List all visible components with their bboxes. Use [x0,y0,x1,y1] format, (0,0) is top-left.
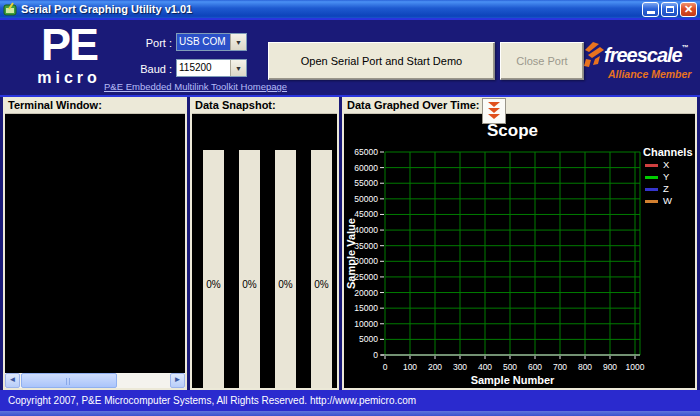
y-tick-label: 50000 [354,194,378,204]
x-tick-label: 1000 [626,362,645,372]
maximize-icon [666,6,674,13]
freescale-logo: freescale™ Alliance Member [583,40,697,84]
y-tick-label: 0 [373,350,378,360]
legend-label-X: X [663,159,670,170]
window-border [0,411,700,416]
minimize-button[interactable] [642,2,659,17]
x-tick-label: 100 [403,362,417,372]
x-axis-title: Sample Number [471,374,555,386]
minimize-icon [647,11,655,14]
freescale-logo-icon [583,42,605,72]
scope-display: Scope05000100001500020000250003000035000… [344,114,695,388]
x-tick-label: 0 [383,362,388,372]
x-tick-label: 600 [528,362,542,372]
x-tick-label: 900 [603,362,617,372]
close-icon: ✕ [684,4,693,15]
legend-swatch-W [645,200,658,203]
baud-select-value: 115200 [177,60,230,76]
y-tick-label: 65000 [354,147,378,157]
y-tick-label: 45000 [354,209,378,219]
x-tick-label: 500 [503,362,517,372]
x-tick-label: 400 [478,362,492,372]
app-icon [3,2,17,16]
collapse-button[interactable] [482,98,506,124]
y-tick-label: 20000 [354,288,378,298]
scroll-right-button[interactable]: ► [170,373,185,388]
terminal-header: Terminal Window: [5,97,185,114]
x-tick-label: 700 [553,362,567,372]
legend-label-W: W [663,195,672,206]
legend-swatch-Y [645,176,658,179]
legend-label-Z: Z [663,183,669,194]
legend-title: Channels [643,146,693,158]
maximize-button[interactable] [661,2,678,17]
close-port-button: Close Port [500,42,584,80]
snapshot-bars: 0%0%0%0% [192,150,337,388]
y-axis-title: Sample Value [345,218,357,289]
snapshot-bar-label: 0% [311,279,332,290]
open-port-button[interactable]: Open Serial Port and Start Demo [268,42,495,80]
x-tick-label: 300 [453,362,467,372]
legend-label-Y: Y [663,171,670,182]
y-tick-label: 5000 [359,334,378,344]
snapshot-bar-label: 0% [203,279,224,290]
chevron-down-icon[interactable]: ▼ [230,34,246,50]
y-tick-label: 10000 [354,319,378,329]
graph-panel: Data Graphed Over Time: Scope05000100001… [342,97,697,390]
snapshot-bar: 0% [275,150,296,388]
snapshot-bar-label: 0% [239,279,260,290]
y-tick-label: 60000 [354,163,378,173]
terminal-panel: Terminal Window: ◄ ► [3,97,187,390]
terminal-window[interactable]: ◄ ► [5,114,185,388]
horizontal-scrollbar[interactable]: ◄ ► [5,373,185,388]
titlebar: Serial Port Graphing Utility v1.01 ✕ [0,0,700,20]
baud-label: Baud : [128,63,172,75]
window-controls: ✕ [642,2,697,17]
trademark-symbol: ™ [682,44,688,51]
y-tick-label: 30000 [354,256,378,266]
snapshot-bar-label: 0% [275,279,296,290]
scope-chart: Scope05000100001500020000250003000035000… [344,114,695,386]
snapshot-bar: 0% [311,150,332,388]
close-button[interactable]: ✕ [680,2,697,17]
chevron-down-icon[interactable]: ▼ [230,60,246,76]
scroll-left-button[interactable]: ◄ [5,373,20,388]
port-label: Port : [128,37,172,49]
y-tick-label: 15000 [354,303,378,313]
graph-header: Data Graphed Over Time: [344,97,695,114]
alliance-member-label: Alliance Member [608,68,691,80]
snapshot-display: 0%0%0%0% [192,114,337,388]
legend-swatch-Z [645,188,658,191]
window-title: Serial Port Graphing Utility v1.01 [21,3,642,15]
website-url: http://www.pemicro.com [310,395,416,406]
toolkit-homepage-link[interactable]: P&E Embedded Multilink Toolkit Homepage [104,81,274,92]
snapshot-header: Data Snapshot: [192,97,337,114]
x-tick-label: 800 [578,362,592,372]
y-tick-label: 25000 [354,272,378,282]
snapshot-bar: 0% [239,150,260,388]
freescale-wordmark: freescale™ [604,44,688,67]
statusbar: Copyright 2007, P&E Microcomputer System… [0,390,700,411]
port-select-value: USB COM [177,34,230,50]
baud-select[interactable]: 115200 ▼ [176,59,247,77]
y-tick-label: 55000 [354,178,378,188]
app-window: Serial Port Graphing Utility v1.01 ✕ PE … [0,0,700,416]
port-select[interactable]: USB COM ▼ [176,33,247,51]
pemicro-logo-mark: PE [14,22,124,68]
double-chevron-down-icon [487,101,501,121]
copyright-text: Copyright 2007, P&E Microcomputer System… [8,395,307,406]
scroll-thumb[interactable] [21,373,117,388]
snapshot-bar: 0% [203,150,224,388]
x-tick-label: 200 [428,362,442,372]
snapshot-panel: Data Snapshot: 0%0%0%0% [190,97,339,390]
y-tick-label: 35000 [354,241,378,251]
scroll-track[interactable] [20,373,170,388]
legend-swatch-X [645,164,658,167]
y-tick-label: 40000 [354,225,378,235]
